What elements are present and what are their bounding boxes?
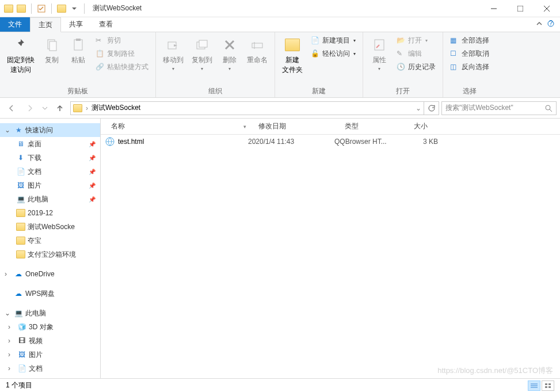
copy-to-button[interactable]: 复制到▾: [189, 35, 215, 73]
pc-icon: 💻: [14, 309, 23, 318]
edit-button[interactable]: ✎编辑: [394, 48, 438, 60]
tab-file[interactable]: 文件: [0, 17, 30, 32]
delete-button[interactable]: 删除▾: [218, 35, 241, 73]
copy-label: 复制: [45, 55, 59, 65]
sidebar-3d[interactable]: ›🧊3D 对象: [0, 320, 100, 334]
new-item-button[interactable]: 📄新建项目▾: [308, 35, 358, 47]
ribbon-group-organize: 移动到▾ 复制到▾ 删除▾ 重命名 组织: [156, 32, 275, 97]
sidebar-quick-access[interactable]: ⌄★快速访问: [0, 123, 100, 137]
folder-icon: [16, 208, 25, 218]
svg-rect-28: [548, 386, 551, 388]
back-button[interactable]: [3, 101, 20, 115]
column-type[interactable]: 类型: [339, 119, 408, 134]
history-button[interactable]: 🕓历史记录: [394, 61, 438, 73]
cut-button[interactable]: ✂剪切: [93, 35, 151, 47]
ribbon-group-select: ▦全部选择 ☐全部取消 ◫反向选择 选择: [443, 32, 496, 97]
select-all-button[interactable]: ▦全部选择: [448, 35, 492, 47]
search-input[interactable]: 搜索"测试WebSocket": [441, 101, 557, 115]
copy-path-button[interactable]: 📋复制路径: [93, 48, 151, 60]
separator: [84, 3, 85, 14]
file-size: 3 KB: [403, 138, 438, 146]
help-icon[interactable]: ?: [547, 20, 554, 27]
sidebar-videos[interactable]: ›🎞视频: [0, 334, 100, 348]
easy-access-button[interactable]: 🔓轻松访问▾: [308, 48, 358, 60]
refresh-button[interactable]: [424, 101, 439, 115]
invert-button[interactable]: ◫反向选择: [448, 61, 492, 73]
sidebar-pictures[interactable]: 🖼图片📌: [0, 178, 100, 192]
sidebar-desktop[interactable]: 🖥桌面📌: [0, 137, 100, 151]
svg-rect-9: [74, 40, 82, 50]
group-label: 打开: [368, 85, 438, 96]
desktop-icon: 🖥: [16, 139, 25, 149]
checkbox-icon[interactable]: [36, 3, 47, 14]
recent-button[interactable]: [40, 101, 49, 115]
details-view-button[interactable]: [528, 380, 540, 391]
icons-view-button[interactable]: [542, 380, 554, 391]
select-none-button[interactable]: ☐全部取消: [448, 48, 492, 60]
quick-access-toolbar: [0, 3, 87, 14]
up-button[interactable]: [52, 101, 68, 115]
search-icon: [544, 104, 553, 112]
maximize-button[interactable]: [507, 0, 534, 17]
file-date: 2020/1/4 11:43: [248, 138, 334, 146]
rename-button[interactable]: 重命名: [245, 35, 270, 66]
sidebar-onedrive[interactable]: ›☁OneDrive: [0, 267, 100, 281]
shortcut-icon: 🔗: [96, 63, 105, 72]
paste-button[interactable]: 粘贴: [67, 35, 90, 66]
column-name[interactable]: 名称▾: [105, 119, 253, 134]
paste-shortcut-button[interactable]: 🔗粘贴快捷方式: [93, 61, 151, 73]
breadcrumb-item[interactable]: 测试WebSocket: [92, 103, 140, 113]
breadcrumb-sep: ›: [86, 104, 88, 112]
sidebar-documents2[interactable]: ›📄文档: [0, 361, 100, 375]
move-to-button[interactable]: 移动到▾: [161, 35, 186, 73]
sidebar-documents[interactable]: 📄文档📌: [0, 165, 100, 178]
sidebar-folder[interactable]: 2019-12: [0, 206, 100, 220]
sidebar-this-pc-q[interactable]: 💻此电脑📌: [0, 192, 100, 206]
new-folder-button[interactable]: 新建 文件夹: [280, 35, 305, 76]
picture-icon: 🖼: [16, 181, 25, 190]
sidebar: ⌄★快速访问 🖥桌面📌 ⬇下载📌 📄文档📌 🖼图片📌 💻此电脑📌 2019-12…: [0, 119, 101, 378]
tab-view[interactable]: 查看: [91, 17, 121, 32]
tab-share[interactable]: 共享: [61, 17, 91, 32]
document-icon: 📄: [16, 167, 25, 176]
sidebar-folder[interactable]: 夺宝: [0, 234, 100, 248]
sidebar-wps[interactable]: ☁WPS网盘: [0, 287, 100, 300]
sidebar-pictures2[interactable]: ›🖼图片: [0, 348, 100, 361]
copy-button[interactable]: 复制: [40, 35, 63, 66]
ribbon-collapse[interactable]: ?: [536, 20, 554, 27]
ribbon-group-open: 属性▾ 📂打开▾ ✎编辑 🕓历史记录 打开: [363, 32, 443, 97]
sidebar-folder[interactable]: 支付宝沙箱环境: [0, 248, 100, 261]
file-list-area: 名称▾ 修改日期 类型 大小 test.html 2020/1/4 11:43 …: [101, 119, 560, 378]
forward-button[interactable]: [22, 101, 38, 115]
pc-icon: 💻: [16, 195, 25, 204]
dropdown-icon[interactable]: [69, 3, 79, 14]
folder-icon: [16, 222, 25, 231]
sidebar-this-pc[interactable]: ⌄💻此电脑: [0, 306, 100, 320]
tab-home[interactable]: 主页: [30, 17, 61, 32]
pin-icon: 📌: [89, 182, 96, 189]
properties-button[interactable]: 属性▾: [368, 35, 391, 73]
sidebar-folder[interactable]: 测试WebSocke: [0, 220, 100, 234]
view-toggles: [528, 380, 554, 391]
sidebar-downloads[interactable]: ⬇下载📌: [0, 151, 100, 165]
cube-icon: 🧊: [17, 322, 26, 332]
statusbar: 1 个项目: [0, 378, 560, 392]
minimize-button[interactable]: [481, 0, 507, 17]
pin-button[interactable]: 固定到快 速访问: [5, 35, 37, 76]
history-icon: 🕓: [397, 63, 406, 72]
document-icon: 📄: [17, 364, 26, 373]
address-bar[interactable]: › 测试WebSocket ⌄: [70, 101, 424, 115]
folder-icon: [73, 104, 82, 112]
cut-icon: ✂: [96, 36, 105, 45]
chevron-down-icon[interactable]: ⌄: [416, 104, 421, 112]
open-button[interactable]: 📂打开▾: [394, 35, 438, 47]
new-icon: 📄: [311, 36, 320, 45]
group-label: 选择: [448, 85, 492, 96]
file-row[interactable]: test.html 2020/1/4 11:43 QQBrowser HT...…: [101, 135, 560, 149]
column-size[interactable]: 大小: [408, 119, 448, 134]
column-headers: 名称▾ 修改日期 类型 大小: [101, 119, 560, 135]
close-button[interactable]: [534, 0, 560, 17]
pin-label: 固定到快 速访问: [7, 55, 35, 75]
svg-rect-8: [49, 41, 56, 51]
column-date[interactable]: 修改日期: [253, 119, 339, 134]
